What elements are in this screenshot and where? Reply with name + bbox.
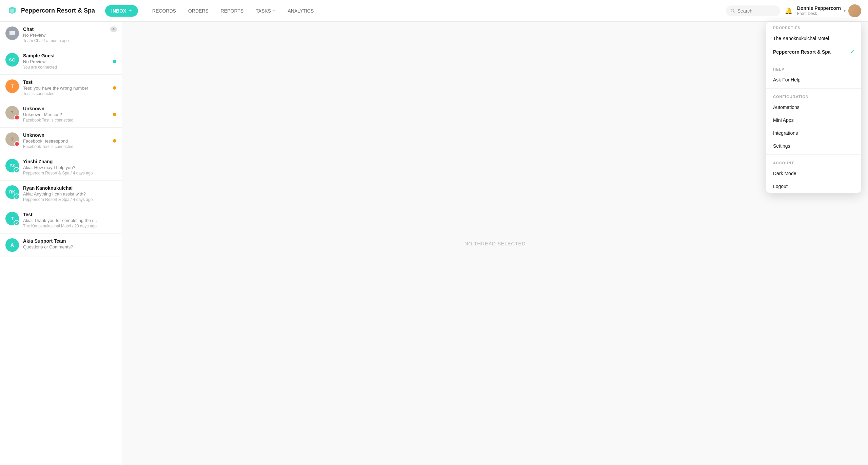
mini-apps-item[interactable]: Mini Apps: [766, 114, 861, 127]
chat-content: Unknown Facebook: testrespond Facebook T…: [23, 132, 116, 149]
header: Peppercorn Resort & Spa INBOX + RECORDS …: [0, 0, 868, 22]
property-name: Peppercorn Resort & Spa: [773, 49, 831, 55]
chat-meta: Facebook Test is connected: [23, 144, 116, 149]
chat-meta: Test is connected: [23, 91, 116, 96]
chat-avatar: RK ✓: [5, 185, 19, 199]
chat-content: Ryan Kanoknukulchai Akia: Anything I can…: [23, 185, 116, 202]
chat-avatar: T: [5, 79, 19, 93]
search-box[interactable]: [726, 5, 780, 16]
config-item-label: Integrations: [773, 130, 798, 136]
tasks-plus-icon[interactable]: +: [272, 8, 275, 14]
integrations-item[interactable]: Integrations: [766, 127, 861, 140]
main-nav: RECORDS ORDERS REPORTS TASKS + ANALYTICS: [146, 5, 726, 17]
chat-content: Sample Guest No Preview You are connecte…: [23, 53, 116, 70]
property-name: The Kanoknukulchai Motel: [773, 36, 829, 41]
chat-item-yinshi[interactable]: YZ ✓ Yinshi Zhang Akia: How may I help y…: [0, 154, 122, 181]
chat-avatar: ?: [5, 106, 19, 119]
chat-preview: Facebook: testrespond: [23, 138, 116, 144]
chat-preview: Unknown: Mention?: [23, 112, 116, 117]
chat-name: Ryan Kanoknukulchai: [23, 185, 116, 191]
chat-item-akia-support[interactable]: A Akia Support Team Questions or Comment…: [0, 234, 122, 257]
chat-avatar: SG: [5, 53, 19, 67]
main-layout: Chat No Preview Team Chat / a month ago …: [0, 22, 868, 465]
no-thread-label: NO THREAD SELECTED: [465, 241, 526, 246]
check-icon: ✓: [14, 220, 20, 226]
chat-avatar: YZ ✓: [5, 159, 19, 172]
chat-name: Chat: [23, 26, 116, 32]
inbox-plus: +: [128, 8, 132, 14]
inbox-button[interactable]: INBOX +: [105, 5, 138, 17]
logo-icon: [7, 5, 18, 16]
divider: [766, 154, 861, 155]
divider: [766, 61, 861, 61]
chat-meta: Peppercorn Resort & Spa / 4 days ago: [23, 171, 116, 175]
chat-content: Chat No Preview Team Chat / a month ago: [23, 26, 116, 43]
chat-item-test[interactable]: T Test Test: you have the wrong number T…: [0, 75, 122, 101]
chat-name: Unknown: [23, 132, 116, 138]
nav-tasks[interactable]: TASKS +: [250, 5, 281, 17]
account-section-label: ACCOUNT: [766, 157, 861, 167]
brand-name: Peppercorn Resort & Spa: [21, 7, 95, 14]
chat-avatar: ?: [5, 132, 19, 146]
help-item-label: Ask For Help: [773, 77, 801, 82]
chat-item-unknown1[interactable]: ? Unknown Unknown: Mention? Facebook Tes…: [0, 101, 122, 128]
user-menu-trigger[interactable]: Donnie Peppercorn Front Desk ▾: [797, 4, 861, 17]
notification-bell-icon[interactable]: 🔔: [785, 7, 792, 15]
active-check-icon: ✓: [850, 49, 854, 55]
config-item-label: Mini Apps: [773, 117, 794, 123]
ask-for-help-item[interactable]: Ask For Help: [766, 73, 861, 86]
chat-item-sample-guest[interactable]: SG Sample Guest No Preview You are conne…: [0, 48, 122, 75]
header-right: 🔔 Donnie Peppercorn Front Desk ▾: [726, 4, 861, 17]
configuration-section-label: CONFIGURATION: [766, 91, 861, 101]
automations-item[interactable]: Automations: [766, 101, 861, 114]
account-item-label: Logout: [773, 184, 788, 189]
chat-meta: Peppercorn Resort & Spa / 4 days ago: [23, 197, 116, 202]
dark-mode-item[interactable]: Dark Mode: [766, 167, 861, 180]
status-indicator: [113, 113, 116, 116]
avatar-image: [848, 4, 861, 17]
property-peppercorn[interactable]: Peppercorn Resort & Spa ✓: [766, 45, 861, 59]
chat-preview: Test: you have the wrong number: [23, 86, 116, 91]
config-item-label: Settings: [773, 143, 790, 149]
chat-content: Test Akia: Thank you for completing the …: [23, 212, 116, 228]
chat-item-test2[interactable]: T ✓ Test Akia: Thank you for completing …: [0, 207, 122, 234]
logout-item[interactable]: Logout: [766, 180, 861, 193]
search-input[interactable]: [737, 8, 775, 14]
chat-meta: Team Chat / a month ago: [23, 38, 116, 43]
divider: [766, 88, 861, 89]
user-role: Front Desk: [797, 11, 841, 16]
status-indicator: [113, 139, 116, 143]
chat-content: Akia Support Team Questions or Comments?: [23, 238, 116, 250]
chat-content: Yinshi Zhang Akia: How may I help you? P…: [23, 159, 116, 175]
chat-name: Sample Guest: [23, 53, 116, 58]
chat-preview: Questions or Comments?: [23, 244, 116, 249]
chat-name: Yinshi Zhang: [23, 159, 116, 164]
nav-records[interactable]: RECORDS: [146, 5, 182, 16]
chat-badge: 4: [110, 26, 117, 32]
chat-meta: Facebook Test is connected: [23, 118, 116, 123]
user-name: Donnie Peppercorn: [797, 5, 841, 11]
chat-preview: Akia: Anything I can assist with?: [23, 191, 116, 197]
config-item-label: Automations: [773, 105, 800, 110]
property-kanoknukulchai[interactable]: The Kanoknukulchai Motel: [766, 32, 861, 45]
chat-preview: No Preview: [23, 59, 116, 64]
chat-item-chat[interactable]: Chat No Preview Team Chat / a month ago …: [0, 22, 122, 48]
nav-analytics[interactable]: ANALYTICS: [282, 5, 320, 16]
chat-name: Test: [23, 212, 116, 217]
account-item-label: Dark Mode: [773, 171, 796, 176]
check-icon: ✓: [14, 193, 20, 200]
chat-name: Akia Support Team: [23, 238, 116, 244]
chat-item-unknown2[interactable]: ? Unknown Facebook: testrespond Facebook…: [0, 128, 122, 154]
chat-content: Test Test: you have the wrong number Tes…: [23, 79, 116, 96]
platform-badge: [14, 141, 20, 147]
check-icon: ✓: [14, 167, 20, 173]
chat-name: Unknown: [23, 106, 116, 111]
inbox-label: INBOX: [111, 8, 126, 14]
chat-meta: The Kanoknukulchai Motel / 20 days ago: [23, 224, 116, 228]
settings-item[interactable]: Settings: [766, 140, 861, 152]
chat-avatar: T ✓: [5, 212, 19, 225]
status-indicator: [113, 86, 116, 90]
chat-item-ryan[interactable]: RK ✓ Ryan Kanoknukulchai Akia: Anything …: [0, 181, 122, 207]
nav-reports[interactable]: REPORTS: [215, 5, 250, 16]
nav-orders[interactable]: ORDERS: [182, 5, 215, 16]
